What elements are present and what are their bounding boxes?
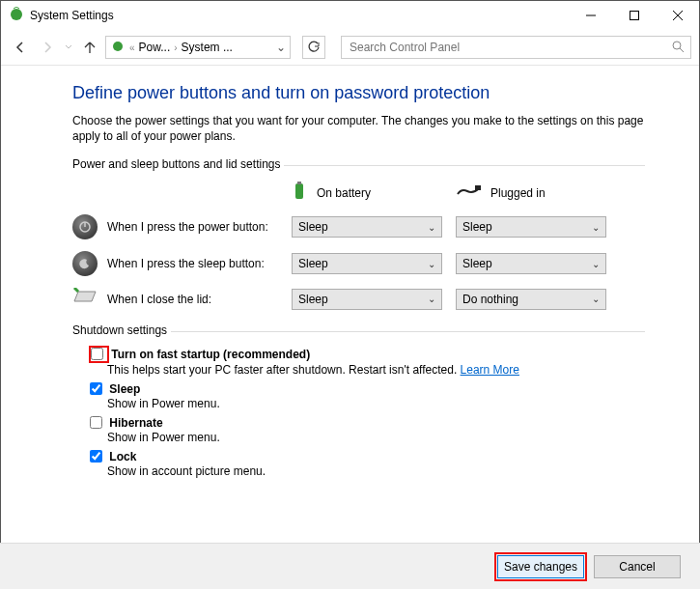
checkbox-lock[interactable] [90, 450, 102, 463]
dropdown-sleep-plugged[interactable]: Sleep⌄ [456, 253, 606, 274]
breadcrumb-part[interactable]: System ... [182, 41, 233, 54]
svg-rect-9 [297, 182, 301, 184]
chevron-down-icon: ⌄ [428, 259, 435, 269]
svg-point-5 [113, 42, 123, 51]
dropdown-lid-plugged[interactable]: Do nothing⌄ [456, 289, 606, 310]
chevron-down-icon[interactable]: ⌄ [276, 41, 286, 54]
refresh-button[interactable] [302, 36, 325, 59]
desc-hibernate: Show in Power menu. [107, 431, 645, 444]
column-header-battery: On battery [317, 186, 371, 200]
learn-more-link[interactable]: Learn More [461, 363, 519, 377]
checkbox-fast-startup[interactable] [91, 348, 103, 360]
chevron-left-icon: « [129, 42, 135, 53]
label-lock: Lock [109, 450, 136, 463]
dropdown-sleep-battery[interactable]: Sleep⌄ [292, 253, 442, 274]
label-sleep: Sleep [109, 382, 140, 396]
desc-fast-startup: This helps start your PC faster after sh… [107, 363, 461, 377]
checkbox-sleep[interactable] [90, 382, 102, 395]
chevron-down-icon: ⌄ [428, 294, 435, 304]
back-button[interactable] [9, 36, 32, 59]
window-title: System Settings [30, 9, 569, 22]
column-header-plugged: Plugged in [490, 186, 546, 200]
sleep-button-icon [72, 251, 98, 276]
dropdown-lid-battery[interactable]: Sleep⌄ [292, 289, 442, 310]
row-label-lid: When I close the lid: [107, 293, 211, 306]
battery-icon [292, 181, 307, 205]
row-label-sleep: When I press the sleep button: [107, 257, 265, 270]
chevron-down-icon: ⌄ [592, 259, 600, 269]
label-hibernate: Hibernate [109, 416, 162, 430]
breadcrumb[interactable]: « Pow... › System ... ⌄ [105, 36, 291, 59]
save-button[interactable]: Save changes [497, 555, 584, 578]
dropdown-power-battery[interactable]: Sleep⌄ [292, 216, 442, 238]
history-dropdown[interactable] [63, 36, 74, 59]
label-fast-startup: Turn on fast startup (recommended) [111, 348, 310, 361]
search-input[interactable] [341, 36, 691, 59]
cancel-button[interactable]: Cancel [594, 555, 681, 578]
svg-rect-10 [475, 185, 481, 190]
group-legend-power: Power and sleep buttons and lid settings [72, 157, 284, 171]
chevron-down-icon: ⌄ [428, 222, 435, 233]
page-title: Define power buttons and turn on passwor… [72, 83, 645, 103]
location-icon [110, 39, 126, 57]
svg-rect-8 [295, 183, 303, 199]
svg-point-6 [673, 42, 681, 49]
minimize-button[interactable] [569, 1, 612, 30]
search-icon [671, 40, 685, 56]
breadcrumb-part[interactable]: Pow... [139, 41, 171, 54]
chevron-down-icon: ⌄ [592, 294, 600, 304]
maximize-button[interactable] [612, 1, 656, 30]
dropdown-power-plugged[interactable]: Sleep⌄ [456, 216, 606, 238]
forward-button[interactable] [36, 36, 59, 59]
desc-sleep: Show in Power menu. [107, 397, 645, 410]
desc-lock: Show in account picture menu. [107, 464, 645, 478]
group-legend-shutdown: Shutdown settings [72, 323, 171, 337]
page-description: Choose the power settings that you want … [72, 113, 645, 144]
power-button-icon [72, 214, 98, 239]
svg-point-0 [11, 9, 22, 20]
chevron-right-icon: › [174, 42, 177, 53]
up-button[interactable] [78, 36, 101, 59]
close-button[interactable] [656, 1, 699, 30]
svg-line-7 [680, 48, 684, 52]
svg-rect-2 [630, 12, 638, 20]
search-field[interactable] [348, 40, 671, 55]
checkbox-hibernate[interactable] [90, 416, 102, 429]
lid-icon [72, 288, 98, 310]
row-label-power: When I press the power button: [107, 220, 268, 234]
chevron-down-icon: ⌄ [592, 222, 600, 233]
app-icon [9, 7, 24, 25]
plug-icon [456, 184, 481, 201]
